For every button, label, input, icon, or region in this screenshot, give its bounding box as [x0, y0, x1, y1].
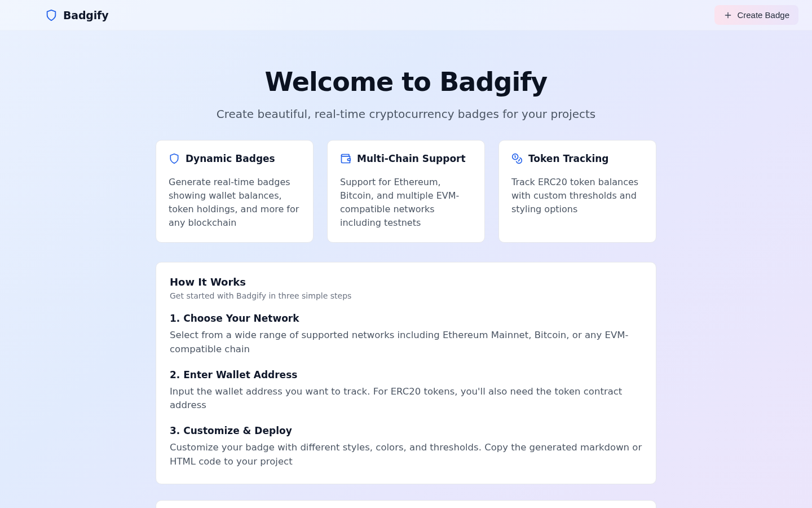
feature-card-token-tracking: Token Tracking Track ERC20 token balance…: [498, 140, 656, 243]
feature-cards: Dynamic Badges Generate real-time badges…: [156, 140, 656, 243]
feature-title: Token Tracking: [528, 153, 608, 164]
step-title: 2. Enter Wallet Address: [170, 369, 642, 380]
create-badge-button[interactable]: Create Badge: [714, 5, 798, 25]
feature-desc: Track ERC20 token balances with custom t…: [511, 176, 643, 216]
step-2: 2. Enter Wallet Address Input the wallet…: [170, 369, 642, 413]
coins-icon: [511, 153, 523, 164]
step-1: 1. Choose Your Network Select from a wid…: [170, 313, 642, 357]
app-header: Badgify Create Badge: [0, 0, 812, 30]
shield-icon: [169, 153, 180, 164]
step-desc: Select from a wide range of supported ne…: [170, 329, 642, 357]
feature-title: Multi-Chain Support: [357, 153, 466, 164]
step-title: 1. Choose Your Network: [170, 313, 642, 324]
page-title: Welcome to Badgify: [265, 67, 548, 97]
step-title: 3. Customize & Deploy: [170, 425, 642, 436]
how-it-works-panel: How It Works Get started with Badgify in…: [156, 262, 656, 484]
step-3: 3. Customize & Deploy Customize your bad…: [170, 425, 642, 469]
how-title: How It Works: [170, 276, 642, 288]
feature-card-multi-chain: Multi-Chain Support Support for Ethereum…: [327, 140, 485, 243]
shield-icon: [45, 9, 58, 21]
page-subtitle: Create beautiful, real-time cryptocurren…: [217, 107, 596, 121]
brand[interactable]: Badgify: [45, 9, 108, 21]
step-desc: Input the wallet address you want to tra…: [170, 385, 642, 413]
feature-card-dynamic-badges: Dynamic Badges Generate real-time badges…: [156, 140, 314, 243]
next-panel-top: [156, 500, 656, 508]
step-desc: Customize your badge with different styl…: [170, 441, 642, 469]
feature-title: Dynamic Badges: [186, 153, 275, 164]
brand-name: Badgify: [63, 9, 108, 21]
create-badge-label: Create Badge: [737, 10, 789, 20]
main-content: Welcome to Badgify Create beautiful, rea…: [0, 30, 812, 508]
feature-desc: Generate real-time badges showing wallet…: [169, 176, 301, 230]
how-subtitle: Get started with Badgify in three simple…: [170, 291, 642, 300]
plus-icon: [723, 11, 732, 20]
wallet-icon: [340, 153, 351, 164]
feature-desc: Support for Ethereum, Bitcoin, and multi…: [340, 176, 472, 230]
how-steps: 1. Choose Your Network Select from a wid…: [170, 313, 642, 469]
